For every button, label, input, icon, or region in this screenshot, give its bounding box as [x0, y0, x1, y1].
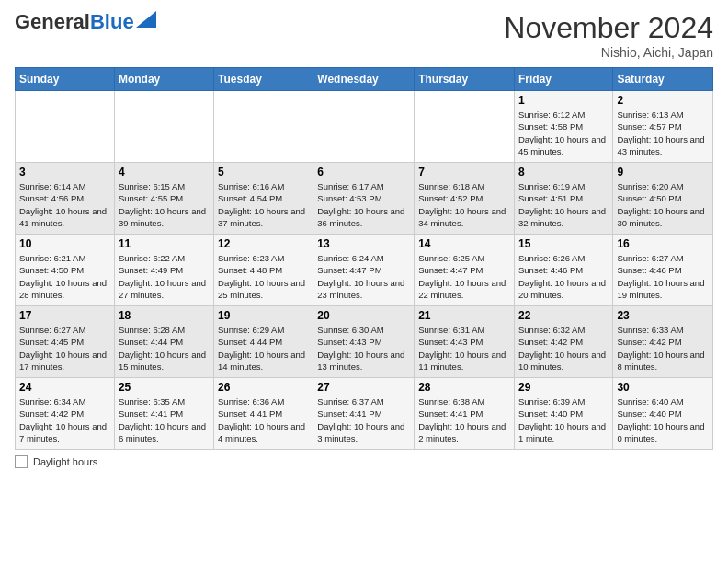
day-cell: 15Sunrise: 6:26 AMSunset: 4:46 PMDayligh… [514, 235, 612, 306]
day-number: 22 [518, 309, 609, 322]
day-number: 21 [418, 309, 510, 322]
day-number: 16 [617, 237, 709, 250]
day-info: Sunrise: 6:26 AMSunset: 4:46 PMDaylight:… [518, 252, 609, 301]
day-cell [214, 91, 313, 163]
day-number: 23 [617, 309, 709, 322]
day-number: 13 [317, 237, 410, 250]
month-title: November 2024 [504, 11, 713, 45]
day-number: 15 [518, 237, 609, 250]
week-row-1: 1Sunrise: 6:12 AMSunset: 4:58 PMDaylight… [16, 91, 713, 163]
day-cell: 28Sunrise: 6:38 AMSunset: 4:41 PMDayligh… [415, 378, 515, 450]
day-number: 19 [218, 309, 309, 322]
day-info: Sunrise: 6:35 AMSunset: 4:41 PMDaylight:… [119, 396, 210, 444]
day-cell: 24Sunrise: 6:34 AMSunset: 4:42 PMDayligh… [16, 378, 115, 450]
day-number: 25 [119, 381, 210, 394]
day-number: 29 [518, 381, 609, 394]
day-number: 14 [418, 237, 510, 250]
day-cell: 13Sunrise: 6:24 AMSunset: 4:47 PMDayligh… [313, 235, 415, 306]
dow-header-sunday: Sunday [16, 68, 115, 91]
day-number: 8 [518, 166, 609, 178]
day-number: 3 [19, 166, 110, 178]
logo-arrow-icon [136, 11, 156, 28]
day-info: Sunrise: 6:34 AMSunset: 4:42 PMDaylight:… [19, 396, 110, 444]
day-info: Sunrise: 6:18 AMSunset: 4:52 PMDaylight:… [418, 180, 510, 229]
day-number: 20 [317, 309, 410, 322]
day-cell: 12Sunrise: 6:23 AMSunset: 4:48 PMDayligh… [214, 235, 313, 306]
footer-box [15, 455, 28, 468]
day-info: Sunrise: 6:17 AMSunset: 4:53 PMDaylight:… [317, 180, 410, 229]
day-number: 28 [418, 381, 510, 394]
calendar: SundayMondayTuesdayWednesdayThursdayFrid… [15, 67, 713, 450]
day-cell: 19Sunrise: 6:29 AMSunset: 4:44 PMDayligh… [214, 306, 313, 378]
logo: GeneralBlue [15, 11, 156, 33]
logo-general: General [15, 10, 90, 33]
day-info: Sunrise: 6:39 AMSunset: 4:40 PMDaylight:… [518, 396, 609, 444]
day-number: 10 [19, 237, 110, 250]
day-info: Sunrise: 6:24 AMSunset: 4:47 PMDaylight:… [317, 252, 410, 301]
title-block: November 2024 Nishio, Aichi, Japan [504, 11, 713, 60]
day-info: Sunrise: 6:31 AMSunset: 4:43 PMDaylight:… [418, 324, 510, 373]
header: GeneralBlue November 2024 Nishio, Aichi,… [15, 11, 713, 60]
dow-header-thursday: Thursday [415, 68, 515, 91]
day-number: 24 [19, 381, 110, 394]
day-info: Sunrise: 6:20 AMSunset: 4:50 PMDaylight:… [617, 180, 709, 229]
day-cell: 22Sunrise: 6:32 AMSunset: 4:42 PMDayligh… [514, 306, 612, 378]
day-cell: 21Sunrise: 6:31 AMSunset: 4:43 PMDayligh… [415, 306, 515, 378]
day-info: Sunrise: 6:15 AMSunset: 4:55 PMDaylight:… [119, 180, 210, 229]
day-info: Sunrise: 6:32 AMSunset: 4:42 PMDaylight:… [518, 324, 609, 373]
day-number: 26 [218, 381, 309, 394]
week-row-5: 24Sunrise: 6:34 AMSunset: 4:42 PMDayligh… [16, 378, 713, 450]
day-cell: 30Sunrise: 6:40 AMSunset: 4:40 PMDayligh… [613, 378, 713, 450]
day-number: 7 [418, 166, 510, 178]
day-cell: 29Sunrise: 6:39 AMSunset: 4:40 PMDayligh… [514, 378, 612, 450]
footer-label: Daylight hours [33, 456, 97, 467]
week-row-2: 3Sunrise: 6:14 AMSunset: 4:56 PMDaylight… [16, 163, 713, 235]
day-info: Sunrise: 6:13 AMSunset: 4:57 PMDaylight:… [617, 109, 709, 157]
svg-marker-0 [136, 11, 156, 28]
day-number: 30 [617, 381, 709, 394]
day-info: Sunrise: 6:19 AMSunset: 4:51 PMDaylight:… [518, 180, 609, 229]
day-number: 12 [218, 237, 309, 250]
day-cell: 9Sunrise: 6:20 AMSunset: 4:50 PMDaylight… [613, 163, 713, 235]
day-cell: 1Sunrise: 6:12 AMSunset: 4:58 PMDaylight… [514, 91, 612, 163]
day-info: Sunrise: 6:38 AMSunset: 4:41 PMDaylight:… [418, 396, 510, 444]
day-info: Sunrise: 6:12 AMSunset: 4:58 PMDaylight:… [518, 109, 609, 157]
day-info: Sunrise: 6:29 AMSunset: 4:44 PMDaylight:… [218, 324, 309, 373]
calendar-header: SundayMondayTuesdayWednesdayThursdayFrid… [16, 68, 713, 91]
day-cell: 8Sunrise: 6:19 AMSunset: 4:51 PMDaylight… [514, 163, 612, 235]
logo-text: GeneralBlue [15, 11, 134, 33]
day-cell [313, 91, 415, 163]
day-cell: 3Sunrise: 6:14 AMSunset: 4:56 PMDaylight… [16, 163, 115, 235]
day-number: 17 [19, 309, 110, 322]
day-cell [114, 91, 213, 163]
day-cell: 23Sunrise: 6:33 AMSunset: 4:42 PMDayligh… [613, 306, 713, 378]
dow-header-tuesday: Tuesday [214, 68, 313, 91]
day-info: Sunrise: 6:27 AMSunset: 4:46 PMDaylight:… [617, 252, 709, 301]
day-cell: 10Sunrise: 6:21 AMSunset: 4:50 PMDayligh… [16, 235, 115, 306]
day-cell: 25Sunrise: 6:35 AMSunset: 4:41 PMDayligh… [114, 378, 213, 450]
day-number: 4 [119, 166, 210, 178]
day-cell: 27Sunrise: 6:37 AMSunset: 4:41 PMDayligh… [313, 378, 415, 450]
day-info: Sunrise: 6:25 AMSunset: 4:47 PMDaylight:… [418, 252, 510, 301]
day-info: Sunrise: 6:33 AMSunset: 4:42 PMDaylight:… [617, 324, 709, 373]
day-info: Sunrise: 6:21 AMSunset: 4:50 PMDaylight:… [19, 252, 110, 301]
dow-header-monday: Monday [114, 68, 213, 91]
logo-blue: Blue [90, 10, 134, 33]
day-info: Sunrise: 6:27 AMSunset: 4:45 PMDaylight:… [19, 324, 110, 373]
day-number: 11 [119, 237, 210, 250]
day-cell: 20Sunrise: 6:30 AMSunset: 4:43 PMDayligh… [313, 306, 415, 378]
day-info: Sunrise: 6:37 AMSunset: 4:41 PMDaylight:… [317, 396, 410, 444]
calendar-body: 1Sunrise: 6:12 AMSunset: 4:58 PMDaylight… [16, 91, 713, 450]
day-cell: 17Sunrise: 6:27 AMSunset: 4:45 PMDayligh… [16, 306, 115, 378]
day-info: Sunrise: 6:28 AMSunset: 4:44 PMDaylight:… [119, 324, 210, 373]
dow-header-wednesday: Wednesday [313, 68, 415, 91]
day-cell: 4Sunrise: 6:15 AMSunset: 4:55 PMDaylight… [114, 163, 213, 235]
day-info: Sunrise: 6:36 AMSunset: 4:41 PMDaylight:… [218, 396, 309, 444]
day-info: Sunrise: 6:22 AMSunset: 4:49 PMDaylight:… [119, 252, 210, 301]
day-cell [16, 91, 115, 163]
day-info: Sunrise: 6:14 AMSunset: 4:56 PMDaylight:… [19, 180, 110, 229]
day-cell: 2Sunrise: 6:13 AMSunset: 4:57 PMDaylight… [613, 91, 713, 163]
week-row-3: 10Sunrise: 6:21 AMSunset: 4:50 PMDayligh… [16, 235, 713, 306]
day-of-week-row: SundayMondayTuesdayWednesdayThursdayFrid… [16, 68, 713, 91]
day-cell: 18Sunrise: 6:28 AMSunset: 4:44 PMDayligh… [114, 306, 213, 378]
